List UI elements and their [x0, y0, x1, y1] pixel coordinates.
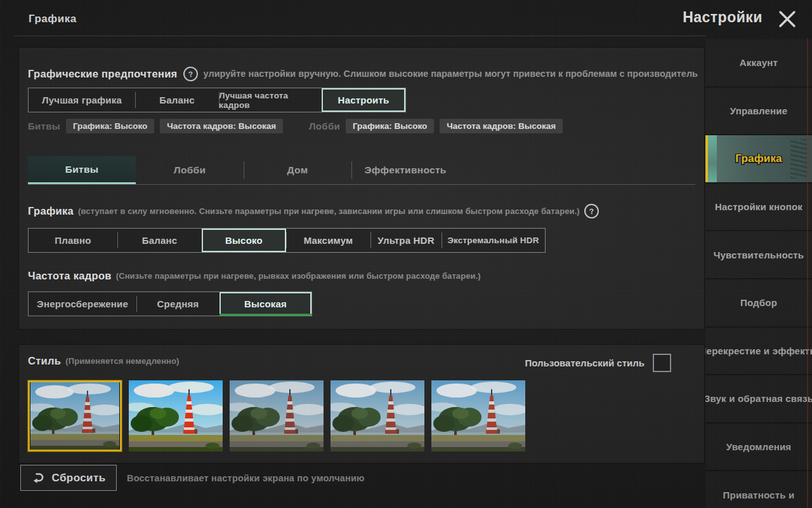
reset-description: Восстанавливает настройки экрана по умол… [127, 465, 365, 491]
style-thumbnail-realistic[interactable] [230, 380, 324, 451]
landscape-preview-image [230, 380, 324, 451]
preference-mode-group: Лучшая графика Баланс Лучшая частота кад… [28, 88, 406, 112]
tab-battle[interactable]: Битвы [28, 156, 136, 184]
graphics-quality-title-row: Графика (вступает в силу мгновенно. Сниз… [28, 204, 695, 218]
tab-efficiency[interactable]: Эффективность [351, 156, 459, 184]
battle-framerate-chip: Частота кадров: Высокая [160, 119, 283, 133]
graphics-preferences-title: Графические предпочтения [28, 68, 178, 80]
graphics-quality-title: Графика [28, 205, 74, 217]
custom-style-row: Пользовательский стиль [525, 354, 672, 372]
header-divider [14, 36, 705, 36]
graphics-preferences-description: улируйте настройки вручную. Слишком высо… [204, 69, 698, 79]
framerate-medium[interactable]: Средняя [136, 292, 219, 316]
reset-button-label: Сбросить [52, 472, 106, 485]
help-icon[interactable]: ? [182, 65, 199, 82]
reset-button[interactable]: Сбросить [20, 465, 117, 491]
landscape-preview-image [331, 380, 424, 451]
sidebar-item-account[interactable]: Аккаунт [705, 39, 812, 86]
style-thumbnail-colorful[interactable] [129, 380, 223, 451]
close-icon [776, 8, 798, 30]
mode-balance[interactable]: Баланс [135, 88, 219, 112]
style-title: Стиль [28, 355, 61, 367]
graphics-settings-panel: Графические предпочтения ? улируйте наст… [19, 48, 704, 329]
framerate-title-row: Частота кадров (Снизьте параметры при на… [28, 270, 695, 282]
landscape-preview-image [431, 380, 525, 451]
help-icon[interactable]: ? [583, 203, 599, 220]
current-settings-summary: Битвы Графика: Высоко Частота кадров: Вы… [28, 117, 563, 134]
sidebar-item-controls[interactable]: Управление [705, 88, 812, 135]
quality-ultra-hdr[interactable]: Ультра HDR [370, 229, 442, 252]
settings-sidebar: Аккаунт Управление Графика Настройки кно… [705, 39, 812, 508]
framerate-group: Энергосбережение Средняя Высокая [28, 291, 312, 316]
quality-extreme-hdr[interactable]: Экстремальный HDR [442, 229, 545, 252]
style-note: (Применяется немедленно) [65, 356, 179, 366]
sidebar-item-graphics[interactable]: Графика [705, 135, 812, 182]
close-button[interactable] [776, 8, 798, 30]
tab-home[interactable]: Дом [244, 156, 351, 184]
battle-label: Битвы [28, 121, 60, 131]
sidebar-item-notifications[interactable]: Уведомления [705, 424, 812, 471]
style-thumbnail-movie[interactable] [431, 380, 525, 451]
graphics-preferences-row: Графические предпочтения ? улируйте наст… [28, 64, 698, 83]
sidebar-item-crosshair-effects[interactable]: Перекрестие и эффекты [705, 328, 812, 375]
battle-graphics-chip: Графика: Высоко [66, 119, 154, 133]
context-tabs: Битвы Лобби Дом Эффективность [28, 156, 695, 185]
landscape-preview-image [30, 382, 120, 450]
framerate-title: Частота кадров [28, 270, 112, 282]
lobby-label: Лобби [309, 121, 340, 131]
sidebar-item-privacy[interactable]: Приватность и [705, 471, 812, 508]
settings-title: Настройки [683, 9, 763, 26]
style-panel: Стиль (Применяется немедленно) Пользоват… [19, 345, 704, 463]
sidebar-item-sensitivity[interactable]: Чувствительность [705, 231, 812, 278]
map-texture-line [807, 38, 808, 508]
mode-best-graphics[interactable]: Лучшая графика [29, 88, 135, 112]
reset-icon [32, 472, 46, 485]
sidebar-item-button-settings[interactable]: Настройки кнопок [705, 184, 812, 231]
quality-balance[interactable]: Баланс [117, 229, 202, 252]
tab-lobby[interactable]: Лобби [136, 156, 244, 184]
style-thumbnail-soft[interactable] [331, 380, 424, 451]
style-thumbnails [28, 380, 525, 451]
custom-style-checkbox[interactable] [653, 354, 671, 372]
custom-style-label: Пользовательский стиль [525, 358, 645, 368]
graphics-quality-group: Плавно Баланс Высоко Максимум Ультра HDR… [28, 228, 546, 253]
framerate-powersave[interactable]: Энергосбережение [29, 292, 136, 316]
lobby-graphics-chip: Графика: Высоко [346, 119, 434, 133]
style-thumbnail-classic[interactable] [28, 380, 122, 451]
mode-best-framerate[interactable]: Лучшая частота кадров [219, 88, 322, 112]
sidebar-item-label: Графика [735, 152, 782, 165]
quality-high[interactable]: Высоко [202, 229, 286, 252]
settings-screen: Графика Настройки Графические предпочтен… [0, 0, 812, 508]
sidebar-item-matchmaking[interactable]: Подбор [705, 279, 812, 326]
landscape-preview-image [129, 380, 223, 451]
framerate-high[interactable]: Высокая [219, 292, 311, 316]
page-title: Графика [29, 13, 77, 25]
sidebar-item-audio-feedback[interactable]: Звук и обратная связь [705, 375, 812, 422]
quality-max[interactable]: Максимум [286, 229, 370, 252]
graphics-quality-note: (вступает в силу мгновенно. Снизьте пара… [78, 206, 580, 216]
lobby-framerate-chip: Частота кадров: Высокая [440, 119, 563, 133]
quality-smooth[interactable]: Плавно [29, 229, 117, 252]
brush-texture [790, 139, 807, 178]
mode-customize[interactable]: Настроить [322, 88, 405, 112]
framerate-note: (Снизьте параметры при нагреве, рывках и… [116, 271, 481, 281]
